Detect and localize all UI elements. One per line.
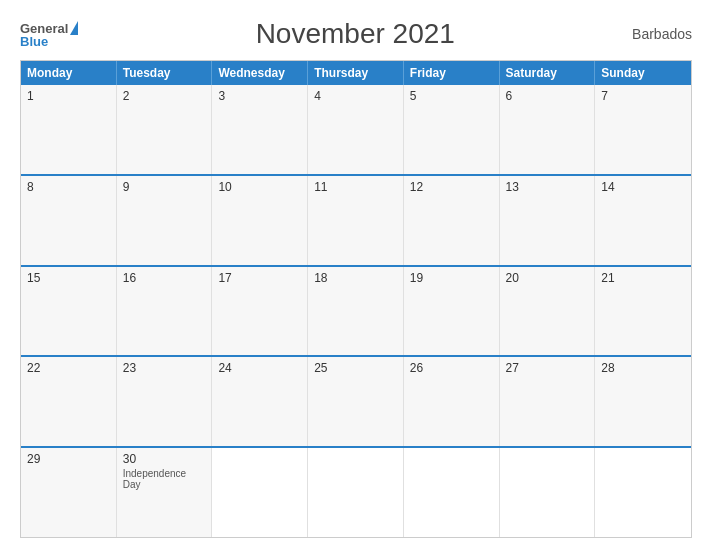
day-number: 12 [410, 180, 493, 194]
day-number: 17 [218, 271, 301, 285]
day-number: 13 [506, 180, 589, 194]
calendar-cell: 11 [308, 176, 404, 265]
day-number: 27 [506, 361, 589, 375]
calendar-header: Monday Tuesday Wednesday Thursday Friday… [21, 61, 691, 85]
day-number: 11 [314, 180, 397, 194]
calendar-cell: 18 [308, 267, 404, 356]
calendar-cell [404, 448, 500, 537]
calendar-cell: 25 [308, 357, 404, 446]
calendar-cell: 14 [595, 176, 691, 265]
calendar-cell: 20 [500, 267, 596, 356]
day-number: 30 [123, 452, 206, 466]
day-number: 7 [601, 89, 685, 103]
day-number: 20 [506, 271, 589, 285]
day-number: 5 [410, 89, 493, 103]
day-number: 26 [410, 361, 493, 375]
calendar-cell: 12 [404, 176, 500, 265]
day-number: 23 [123, 361, 206, 375]
day-number: 4 [314, 89, 397, 103]
logo-top-row: General [20, 21, 78, 35]
calendar-cell: 30Independence Day [117, 448, 213, 537]
calendar-cell: 9 [117, 176, 213, 265]
calendar-cell: 7 [595, 85, 691, 174]
weekday-monday: Monday [21, 61, 117, 85]
calendar-cell: 4 [308, 85, 404, 174]
day-number: 18 [314, 271, 397, 285]
calendar-week-3: 15161718192021 [21, 265, 691, 356]
calendar-cell [212, 448, 308, 537]
weekday-thursday: Thursday [308, 61, 404, 85]
calendar: Monday Tuesday Wednesday Thursday Friday… [20, 60, 692, 538]
day-number: 8 [27, 180, 110, 194]
calendar-cell [595, 448, 691, 537]
day-number: 9 [123, 180, 206, 194]
weekday-friday: Friday [404, 61, 500, 85]
calendar-week-1: 1234567 [21, 85, 691, 174]
day-number: 15 [27, 271, 110, 285]
calendar-page: General Blue November 2021 Barbados Mond… [0, 0, 712, 550]
day-number: 2 [123, 89, 206, 103]
calendar-body: 1234567891011121314151617181920212223242… [21, 85, 691, 537]
calendar-cell: 6 [500, 85, 596, 174]
day-number: 29 [27, 452, 110, 466]
weekday-wednesday: Wednesday [212, 61, 308, 85]
day-number: 10 [218, 180, 301, 194]
calendar-cell: 27 [500, 357, 596, 446]
page-title: November 2021 [78, 18, 632, 50]
event-label: Independence Day [123, 468, 206, 490]
page-header: General Blue November 2021 Barbados [20, 18, 692, 50]
weekday-saturday: Saturday [500, 61, 596, 85]
calendar-cell: 23 [117, 357, 213, 446]
logo-general-text: General [20, 22, 68, 35]
calendar-cell: 21 [595, 267, 691, 356]
day-number: 3 [218, 89, 301, 103]
logo: General Blue [20, 21, 78, 48]
weekday-tuesday: Tuesday [117, 61, 213, 85]
calendar-week-4: 22232425262728 [21, 355, 691, 446]
calendar-cell: 15 [21, 267, 117, 356]
logo-triangle-icon [70, 21, 78, 35]
calendar-cell: 8 [21, 176, 117, 265]
day-number: 16 [123, 271, 206, 285]
logo-blue-text: Blue [20, 35, 78, 48]
country-label: Barbados [632, 26, 692, 42]
calendar-cell: 29 [21, 448, 117, 537]
logo-wrapper: General Blue [20, 21, 78, 48]
calendar-week-2: 891011121314 [21, 174, 691, 265]
calendar-cell: 26 [404, 357, 500, 446]
day-number: 6 [506, 89, 589, 103]
day-number: 21 [601, 271, 685, 285]
day-number: 19 [410, 271, 493, 285]
calendar-cell [500, 448, 596, 537]
calendar-cell: 3 [212, 85, 308, 174]
day-number: 22 [27, 361, 110, 375]
calendar-week-5: 2930Independence Day [21, 446, 691, 537]
calendar-cell: 24 [212, 357, 308, 446]
day-number: 14 [601, 180, 685, 194]
calendar-cell: 16 [117, 267, 213, 356]
calendar-cell: 5 [404, 85, 500, 174]
calendar-cell [308, 448, 404, 537]
calendar-cell: 10 [212, 176, 308, 265]
day-number: 1 [27, 89, 110, 103]
weekday-sunday: Sunday [595, 61, 691, 85]
calendar-cell: 19 [404, 267, 500, 356]
calendar-cell: 13 [500, 176, 596, 265]
day-number: 24 [218, 361, 301, 375]
calendar-cell: 17 [212, 267, 308, 356]
day-number: 25 [314, 361, 397, 375]
day-number: 28 [601, 361, 685, 375]
calendar-cell: 22 [21, 357, 117, 446]
calendar-cell: 2 [117, 85, 213, 174]
calendar-cell: 1 [21, 85, 117, 174]
calendar-cell: 28 [595, 357, 691, 446]
